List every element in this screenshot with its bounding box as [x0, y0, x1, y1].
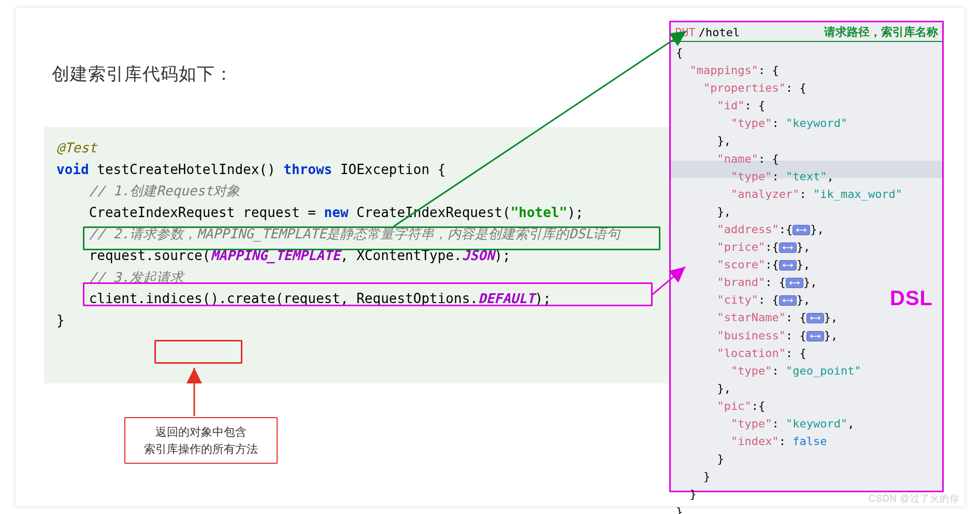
k-location: "location"	[717, 347, 785, 360]
k-score: "score"	[717, 258, 765, 271]
v-geo: "geo_point"	[786, 364, 861, 377]
exception: IOException {	[332, 162, 445, 177]
k-type-2: "type"	[731, 170, 772, 183]
fold-icon[interactable]	[779, 242, 797, 253]
k-price: "price"	[717, 240, 765, 253]
k-type-3: "type"	[731, 364, 772, 377]
comment-1: // 1.创建Request对象	[89, 183, 240, 198]
fold-icon[interactable]	[806, 331, 824, 341]
k-type-1: "type"	[731, 117, 772, 130]
kw-throws: throws	[283, 162, 332, 177]
annotation-test: @Test	[56, 140, 97, 155]
dsl-big-label: DSL	[890, 287, 933, 310]
k-starname: "starName"	[717, 311, 785, 324]
k-type-4: "type"	[731, 417, 772, 430]
k-address: "address"	[717, 223, 779, 236]
fold-icon[interactable]	[806, 313, 824, 323]
k-name: "name"	[717, 152, 758, 165]
fn-name: testCreateHotelIndex()	[89, 162, 284, 177]
fold-icon[interactable]	[786, 278, 803, 288]
v-text: "text"	[786, 170, 827, 183]
highlight-source-call	[83, 282, 653, 306]
dsl-json-body: { "mappings": { "properties": { "id": { …	[671, 42, 942, 514]
k-business: "business"	[717, 329, 785, 342]
fold-icon[interactable]	[779, 295, 797, 306]
fold-icon[interactable]	[792, 225, 810, 235]
highlight-create-request	[83, 226, 660, 250]
kw-void: void	[56, 162, 89, 177]
callout-line1: 返回的对象中包含	[134, 423, 268, 440]
k-index: "index"	[731, 435, 779, 448]
k-id: "id"	[717, 99, 744, 112]
k-properties: "properties"	[703, 81, 786, 94]
line1b: CreateIndexRequest(	[349, 205, 511, 220]
k-city: "city"	[717, 293, 758, 306]
close-brace: }	[56, 312, 65, 328]
k-mappings: "mappings"	[690, 64, 758, 77]
java-code-block: @Test void testCreateHotelIndex() throws…	[44, 127, 697, 383]
slide-title: 创建索引库代码如下：	[52, 62, 233, 86]
k-brand: "brand"	[717, 276, 765, 289]
kw-new: new	[324, 205, 349, 220]
dsl-request-line: PUT /hotel 请求路径，索引库名称	[671, 22, 942, 41]
dsl-header-note: 请求路径，索引库名称	[824, 24, 938, 40]
http-method: PUT	[675, 26, 696, 39]
highlight-indices	[154, 340, 242, 364]
string-hotel: "hotel"	[511, 205, 568, 220]
line1a: CreateIndexRequest request =	[89, 205, 324, 220]
v-keyword-2: "keyword"	[786, 417, 847, 430]
dsl-panel: PUT /hotel 请求路径，索引库名称 { "mappings": { "p…	[669, 21, 944, 492]
v-keyword-1: "keyword"	[786, 117, 847, 130]
k-pic: "pic"	[717, 399, 751, 412]
v-ik: "ik_max_word"	[813, 188, 902, 201]
callout-indices: 返回的对象中包含 索引库操作的所有方法	[124, 417, 278, 464]
document-stage: 创建索引库代码如下： @Test void testCreateHotelInd…	[0, 0, 980, 514]
slide-canvas: 创建索引库代码如下： @Test void testCreateHotelInd…	[16, 8, 964, 506]
line1c: );	[567, 205, 583, 220]
watermark: CSDN @过了火的你	[869, 492, 959, 505]
k-analyzer: "analyzer"	[731, 188, 799, 201]
v-false: false	[792, 435, 827, 448]
http-path: /hotel	[699, 26, 740, 39]
callout-line2: 索引库操作的所有方法	[134, 440, 268, 458]
fold-icon[interactable]	[779, 260, 797, 270]
